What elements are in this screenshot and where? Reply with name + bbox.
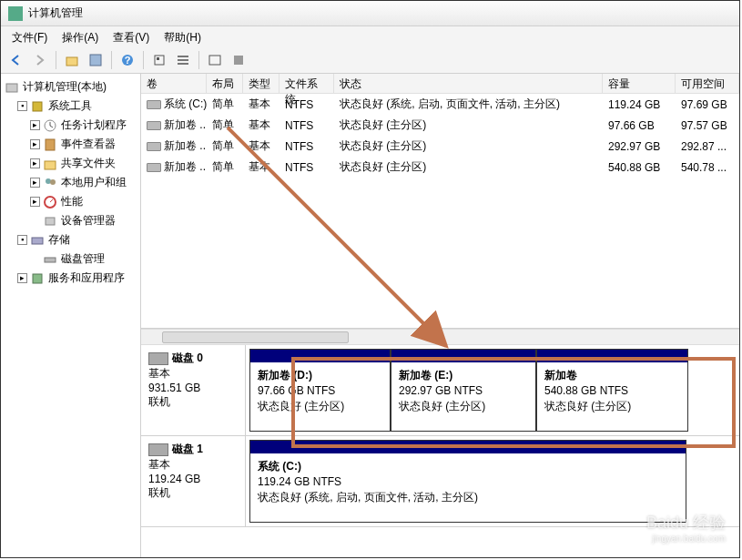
tree-shared[interactable]: ▸共享文件夹 — [26, 154, 140, 173]
partition[interactable]: 新加卷 (E:)292.97 GB NTFS状态良好 (主分区) — [391, 349, 536, 432]
expand-icon[interactable]: ▸ — [30, 158, 40, 168]
horizontal-scrollbar[interactable] — [141, 329, 739, 345]
partition[interactable]: 新加卷540.88 GB NTFS状态良好 (主分区) — [536, 349, 688, 432]
scrollbar-thumb[interactable] — [162, 331, 349, 343]
disk-info[interactable]: 磁盘 1基本119.24 GB联机 — [141, 436, 246, 526]
volume-row[interactable]: 新加卷 ...简单基本NTFS状态良好 (主分区)540.88 GB540.78… — [141, 157, 739, 178]
col-capacity[interactable]: 容量 — [603, 74, 676, 93]
separator — [111, 51, 112, 69]
expand-icon[interactable]: ▸ — [30, 178, 40, 188]
tree-label: 系统工具 — [48, 98, 92, 114]
tree-label: 共享文件夹 — [61, 156, 116, 171]
tree-label: 任务计划程序 — [61, 117, 127, 133]
tree-label: 存储 — [48, 232, 70, 248]
tree-storage[interactable]: ▪存储 — [14, 230, 140, 249]
tree-services[interactable]: ▸服务和应用程序 — [14, 269, 140, 288]
content-pane: 卷 布局 类型 文件系统 状态 容量 可用空间 系统 (C:)简单基本NTFS状… — [141, 74, 739, 557]
disk-graphical-view[interactable]: 磁盘 0基本931.51 GB联机新加卷 (D:)97.66 GB NTFS状态… — [141, 345, 739, 557]
volume-icon — [147, 142, 161, 151]
help-button[interactable]: ? — [117, 50, 137, 70]
disk-icon — [148, 352, 168, 365]
tree-users[interactable]: ▸本地用户和组 — [26, 173, 140, 192]
title-bar: 计算机管理 — [1, 1, 739, 26]
svg-rect-0 — [66, 57, 77, 66]
navigation-tree[interactable]: 计算机管理(本地) ▪系统工具 ▸任务计划程序 ▸事件查看器 ▸共享文件夹 ▸本… — [1, 74, 141, 557]
col-status[interactable]: 状态 — [334, 74, 603, 93]
volume-list-header: 卷 布局 类型 文件系统 状态 容量 可用空间 — [141, 74, 739, 94]
volume-row[interactable]: 新加卷 ...简单基本NTFS状态良好 (主分区)292.97 GB292.87… — [141, 136, 739, 157]
volume-icon — [147, 121, 161, 130]
menu-file[interactable]: 文件(F) — [6, 28, 53, 45]
back-button[interactable] — [6, 50, 26, 70]
volume-row[interactable]: 新加卷 ...简单基本NTFS状态良好 (主分区)97.66 GB97.57 G… — [141, 115, 739, 136]
partition-header — [537, 350, 687, 362]
settings-button[interactable] — [205, 50, 225, 70]
tree-root[interactable]: 计算机管理(本地) — [1, 77, 140, 97]
volume-icon — [147, 100, 161, 109]
col-layout[interactable]: 布局 — [207, 74, 243, 93]
tree-label: 磁盘管理 — [61, 251, 105, 267]
collapse-icon[interactable]: ▪ — [17, 101, 27, 111]
partition-header — [250, 350, 390, 362]
tree-label: 本地用户和组 — [61, 175, 127, 190]
col-filesystem[interactable]: 文件系统 — [280, 74, 334, 93]
tree-devmgr[interactable]: 设备管理器 — [26, 211, 140, 230]
partition-header — [391, 350, 535, 362]
action-button[interactable] — [229, 50, 249, 70]
tree-systools[interactable]: ▪系统工具 — [14, 97, 140, 116]
collapse-icon[interactable]: ▪ — [17, 235, 27, 245]
disk-icon — [148, 443, 168, 456]
tree-label: 性能 — [61, 194, 83, 209]
tool-bar: ? — [1, 46, 739, 74]
svg-rect-14 — [46, 139, 55, 150]
partition[interactable]: 新加卷 (D:)97.66 GB NTFS状态良好 (主分区) — [249, 349, 391, 432]
window-title: 计算机管理 — [28, 5, 83, 21]
volume-list[interactable]: 卷 布局 类型 文件系统 状态 容量 可用空间 系统 (C:)简单基本NTFS状… — [141, 74, 739, 329]
menu-action[interactable]: 操作(A) — [56, 28, 104, 45]
tree-label: 服务和应用程序 — [48, 270, 125, 286]
tree-label: 设备管理器 — [61, 213, 116, 229]
partition[interactable]: 系统 (C:)119.24 GB NTFS状态良好 (系统, 启动, 页面文件,… — [249, 440, 686, 523]
svg-text:?: ? — [125, 55, 131, 66]
disk-info[interactable]: 磁盘 0基本931.51 GB联机 — [141, 345, 246, 435]
svg-point-16 — [46, 178, 51, 184]
tree-eventviewer[interactable]: ▸事件查看器 — [26, 135, 140, 154]
svg-rect-11 — [6, 84, 17, 92]
col-free[interactable]: 可用空间 — [676, 74, 739, 93]
properties-button[interactable] — [86, 50, 106, 70]
volume-row[interactable]: 系统 (C:)简单基本NTFS状态良好 (系统, 启动, 页面文件, 活动, 主… — [141, 94, 739, 115]
forward-button[interactable] — [30, 50, 50, 70]
expand-icon[interactable]: ▸ — [30, 139, 40, 149]
svg-rect-10 — [234, 56, 243, 65]
svg-rect-12 — [33, 102, 42, 111]
partition-header — [250, 441, 686, 453]
svg-rect-22 — [33, 274, 42, 283]
svg-rect-7 — [178, 59, 188, 61]
svg-rect-15 — [45, 161, 56, 169]
partition-body: 新加卷 (E:)292.97 GB NTFS状态良好 (主分区) — [391, 362, 535, 431]
up-button[interactable] — [62, 50, 82, 70]
svg-rect-6 — [178, 56, 188, 57]
menu-help[interactable]: 帮助(H) — [158, 28, 207, 45]
separator — [143, 51, 144, 69]
col-type[interactable]: 类型 — [243, 74, 280, 93]
expand-icon[interactable]: ▸ — [30, 120, 40, 130]
list-button[interactable] — [173, 50, 193, 70]
menu-view[interactable]: 查看(V) — [107, 28, 155, 45]
svg-rect-9 — [209, 56, 220, 65]
disk-row: 磁盘 1基本119.24 GB联机系统 (C:)119.24 GB NTFS状态… — [141, 436, 739, 527]
refresh-button[interactable] — [149, 50, 169, 70]
expand-icon[interactable]: ▸ — [17, 273, 27, 283]
tree-perf[interactable]: ▸性能 — [26, 192, 140, 211]
svg-rect-20 — [32, 238, 43, 244]
volume-icon — [147, 163, 161, 172]
tree-scheduler[interactable]: ▸任务计划程序 — [26, 116, 140, 135]
separator — [198, 51, 199, 69]
tree-diskmgmt[interactable]: 磁盘管理 — [26, 249, 140, 269]
svg-rect-19 — [46, 218, 55, 225]
separator — [56, 51, 56, 69]
main-window: 计算机管理 文件(F) 操作(A) 查看(V) 帮助(H) ? 计算机管理(本地… — [0, 0, 740, 558]
menu-bar: 文件(F) 操作(A) 查看(V) 帮助(H) — [1, 26, 739, 46]
col-volume[interactable]: 卷 — [141, 74, 207, 93]
expand-icon[interactable]: ▸ — [30, 197, 40, 207]
